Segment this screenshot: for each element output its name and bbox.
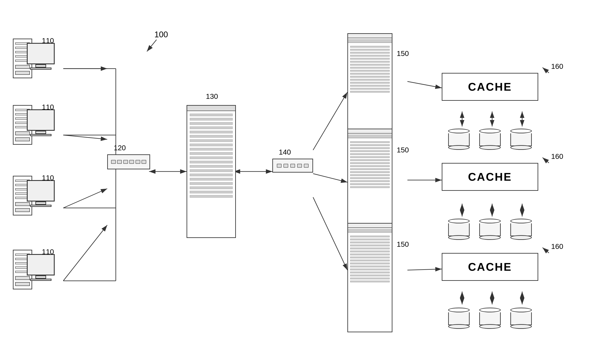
label-160-mid: 160 <box>551 152 563 161</box>
disk-bot-1 <box>448 308 470 329</box>
label-130: 130 <box>206 92 218 101</box>
label-150-mid: 150 <box>397 146 409 154</box>
cache-text-top: CACHE <box>468 80 512 93</box>
server-150-bot <box>347 223 393 332</box>
label-160-bot: 160 <box>551 242 563 251</box>
cache-box-mid: CACHE <box>442 163 538 191</box>
switch-port <box>277 164 282 168</box>
workstation-1 <box>13 39 56 86</box>
switch-port <box>297 164 302 168</box>
monitor-4 <box>27 254 55 281</box>
disk-mid-3 <box>510 219 532 240</box>
server-150-top <box>347 33 393 143</box>
cache-text-mid: CACHE <box>468 170 512 183</box>
label-140: 140 <box>279 148 291 156</box>
switch-port <box>304 164 309 168</box>
cache-text-bot: CACHE <box>468 260 512 273</box>
switch-port <box>142 160 146 164</box>
switch-port <box>135 160 140 164</box>
workstation-2 <box>13 105 56 152</box>
switch-port <box>111 160 116 164</box>
monitor-1 <box>27 43 55 70</box>
switch-port <box>284 164 288 168</box>
label-150-bot: 150 <box>397 240 409 248</box>
label-110-4: 110 <box>42 247 54 256</box>
label-160-top: 160 <box>551 62 563 71</box>
svg-line-30 <box>543 67 549 73</box>
label-110-3: 110 <box>42 174 54 182</box>
svg-line-31 <box>543 157 549 163</box>
svg-line-6 <box>63 189 107 208</box>
diagram: 100 110 <box>0 0 615 364</box>
switch-120 <box>107 154 150 169</box>
server-150-mid <box>347 129 393 238</box>
disk-mid-1 <box>448 219 470 240</box>
cache-box-top: CACHE <box>442 73 538 101</box>
monitor-3 <box>27 180 55 207</box>
ref-100-label: 100 <box>154 30 168 39</box>
label-110-2: 110 <box>42 103 54 111</box>
cache-box-bot: CACHE <box>442 253 538 281</box>
svg-line-10 <box>313 92 347 150</box>
disk-bot-2 <box>479 308 501 329</box>
label-150-top: 150 <box>397 49 409 58</box>
disk-mid-2 <box>479 219 501 240</box>
label-110-1: 110 <box>42 37 54 45</box>
switch-140 <box>272 159 313 173</box>
svg-line-12 <box>313 197 347 270</box>
disk-top-2 <box>479 129 501 150</box>
switch-port <box>129 160 134 164</box>
workstation-3 <box>13 176 56 223</box>
monitor-2 <box>27 109 55 136</box>
server-130 <box>186 105 236 238</box>
workstation-4 <box>13 250 56 297</box>
switch-port <box>123 160 128 164</box>
svg-line-13 <box>407 81 442 88</box>
label-120: 120 <box>114 144 126 152</box>
switch-port <box>290 164 295 168</box>
disk-top-1 <box>448 129 470 150</box>
svg-line-5 <box>63 135 107 139</box>
svg-line-11 <box>313 174 347 182</box>
switch-port <box>117 160 122 164</box>
svg-line-3 <box>147 40 157 52</box>
disk-bot-3 <box>510 308 532 329</box>
svg-line-15 <box>407 269 442 270</box>
disk-top-3 <box>510 129 532 150</box>
svg-line-7 <box>63 225 107 281</box>
svg-line-32 <box>543 247 549 253</box>
